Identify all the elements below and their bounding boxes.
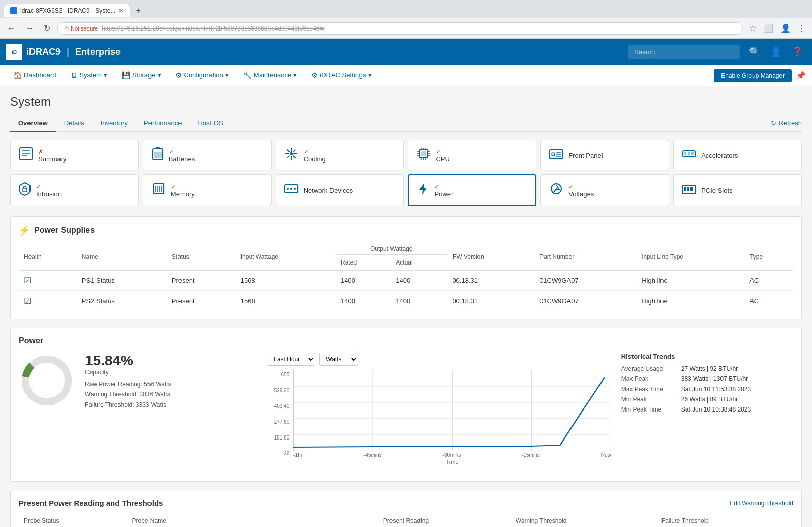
tile-pcie-slots-label: PCIe Slots <box>701 187 732 194</box>
svg-rect-40 <box>154 184 164 194</box>
pr-col-failure-threshold: Failure Threshold <box>656 513 793 527</box>
pr-col-probe-status: Probe Status <box>19 513 127 527</box>
chart-unit-select[interactable]: Watts BTU/hr <box>319 353 358 366</box>
trend-key-mintime: Min Peak Time <box>621 406 677 413</box>
cell-part-number: 01CW9GA07 <box>534 271 637 291</box>
logo-separator: | <box>67 47 69 57</box>
help-icon[interactable]: ❓ <box>789 44 806 60</box>
tile-summary-content: ✗ Summary <box>38 148 67 163</box>
trend-key-avg: Average Usage <box>621 365 677 372</box>
search-input[interactable] <box>628 45 740 59</box>
nav-storage[interactable]: 💾 Storage ▾ <box>114 65 168 86</box>
tile-cooling[interactable]: ✓ Cooling <box>276 140 404 170</box>
tile-front-panel[interactable]: Front Panel <box>540 140 669 170</box>
tile-pcie-slots[interactable]: PCIe Slots <box>673 174 802 206</box>
cast-icon[interactable]: ⬜ <box>761 21 775 35</box>
tile-batteries[interactable]: ✓ Batteries <box>143 140 272 170</box>
tile-memory-content: ✓ Memory <box>171 183 195 198</box>
tab-overview[interactable]: Overview <box>10 115 56 132</box>
svg-line-14 <box>293 150 295 152</box>
power-supplies-section-icon: ⚡ <box>19 225 30 236</box>
cpu-icon <box>416 147 431 164</box>
edit-warning-threshold-link[interactable]: Edit Warning Threshold <box>730 500 793 507</box>
tile-accelerators[interactable]: Accelerators <box>673 140 802 170</box>
tile-memory[interactable]: ✓ Memory <box>143 174 272 206</box>
tile-power[interactable]: ✓ Power <box>408 174 536 206</box>
power-donut-chart <box>19 353 75 408</box>
dashboard-icon: 🏠 <box>13 71 22 79</box>
nav-system[interactable]: 🖥 System ▾ <box>64 65 114 86</box>
nav-maintenance[interactable]: 🔧 Maintenance ▾ <box>236 65 304 86</box>
trend-max-peak-time: Max Peak Time Sat Jun 10 11:53:38 2023 <box>621 386 793 393</box>
trend-min-peak: Min Peak 26 Watts | 89 BTU/hr <box>621 396 793 403</box>
logo-product: iDRAC9 <box>26 47 61 57</box>
nav-configuration[interactable]: ⚙ Configuration ▾ <box>168 65 236 86</box>
trend-min-peak-time: Min Peak Time Sat Jun 10 10:38:48 2023 <box>621 406 793 413</box>
storage-chevron-icon: ▾ <box>158 71 161 79</box>
bookmark-icon[interactable]: ☆ <box>747 21 758 35</box>
refresh-label: Refresh <box>778 119 802 127</box>
address-bar[interactable]: ⚠ Not secure https://176.16.251.205/rest… <box>57 22 743 35</box>
nav-maintenance-label: Maintenance <box>254 71 291 79</box>
cell-fw-version: 00.18.31 <box>447 271 534 291</box>
search-container <box>628 45 740 59</box>
refresh-button[interactable]: ↻ Refresh <box>771 119 802 127</box>
nav-dashboard[interactable]: 🏠 Dashboard <box>6 65 64 86</box>
tab-host-os[interactable]: Host OS <box>190 115 231 132</box>
tab-performance[interactable]: Performance <box>136 115 190 132</box>
power-details: Raw Power Reading: 556 Watts Warning Thr… <box>85 379 257 410</box>
tile-cpu[interactable]: ✓ CPU <box>408 140 536 170</box>
app-header: iD iDRAC9 | Enterprise 🔍 👤 ❓ <box>0 39 812 65</box>
new-tab-button[interactable]: + <box>130 3 146 18</box>
menu-icon[interactable]: ⋮ <box>796 21 808 35</box>
power-section-title: Power <box>19 336 793 345</box>
svg-line-12 <box>287 150 289 152</box>
tile-intrusion[interactable]: ✓ Intrusion <box>10 174 139 206</box>
nav-configuration-label: Configuration <box>184 71 223 79</box>
power-layout: 15.84% Capacity Raw Power Reading: 556 W… <box>19 353 793 465</box>
nav-idrac-settings[interactable]: ⚙ iDRAC Settings ▾ <box>304 65 378 86</box>
profile-icon[interactable]: 👤 <box>778 21 793 35</box>
reload-button[interactable]: ↻ <box>41 21 53 35</box>
maintenance-chevron-icon: ▾ <box>293 71 297 79</box>
summary-status-icon: ✗ <box>38 148 67 155</box>
cell-input-line-type: High line <box>637 271 744 291</box>
tile-network-devices-content: Network Devices <box>304 187 353 194</box>
tab-inventory[interactable]: Inventory <box>93 115 136 132</box>
tile-voltages[interactable]: ✓ Voltages <box>540 174 669 206</box>
trend-key-min: Min Peak <box>621 396 677 403</box>
user-icon[interactable]: 👤 <box>767 44 785 60</box>
search-icon[interactable]: 🔍 <box>746 44 763 60</box>
front-panel-icon <box>549 148 563 162</box>
tab-details[interactable]: Details <box>56 115 93 132</box>
back-button[interactable]: ← <box>4 22 18 35</box>
enable-group-manager-button[interactable]: Enable Group Manager <box>714 69 792 82</box>
chart-time-select[interactable]: Last Hour Last Day Last Week <box>267 353 315 366</box>
cell-input-wattage: 1568 <box>235 271 336 291</box>
tab-close-button[interactable]: ✕ <box>118 7 124 14</box>
present-reading-table: Probe Status Probe Name Present Reading … <box>19 513 793 527</box>
trend-val-maxtime: Sat Jun 10 11:53:38 2023 <box>681 386 751 393</box>
power-icon <box>417 182 429 199</box>
tile-batteries-content: ✓ Batteries <box>169 148 195 163</box>
cell-status-2: Present <box>167 291 235 311</box>
tiles-grid: ✗ Summary ✓ Batteries ✓ Cooling <box>10 140 802 206</box>
tab-favicon <box>10 7 17 14</box>
svg-rect-37 <box>688 152 690 155</box>
voltages-status-icon: ✓ <box>568 183 594 190</box>
health-check-icon-2: ☑ <box>24 297 31 305</box>
col-status: Status <box>167 243 235 271</box>
idrac-settings-icon: ⚙ <box>311 71 318 79</box>
health-check-icon: ☑ <box>24 276 31 285</box>
tile-summary[interactable]: ✗ Summary <box>10 140 139 170</box>
pin-icon[interactable]: 📌 <box>796 71 806 80</box>
col-type: Type <box>744 243 793 271</box>
tile-intrusion-label: Intrusion <box>36 190 62 198</box>
cell-part-number-2: 01CW9GA07 <box>534 291 637 311</box>
refresh-icon: ↻ <box>771 119 776 127</box>
browser-tab[interactable]: idrac-8FXG6S3 - iDRAC9 - Syste... ✕ <box>4 4 130 17</box>
tile-network-devices[interactable]: Network Devices <box>276 174 404 206</box>
forward-button[interactable]: → <box>22 22 37 35</box>
trend-val-avg: 27 Watts | 92 BTU/hr <box>681 365 738 372</box>
col-fw-version: FW Version <box>447 243 534 271</box>
